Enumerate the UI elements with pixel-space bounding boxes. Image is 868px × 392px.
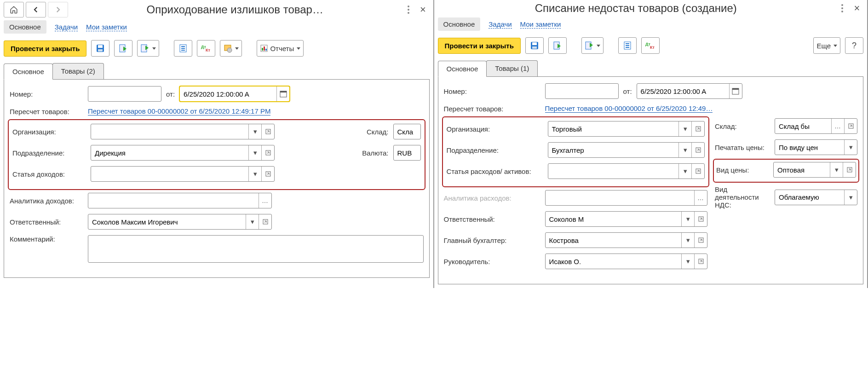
- forward-button[interactable]: [48, 2, 68, 17]
- attach-button[interactable]: [220, 40, 242, 57]
- dropdown-icon[interactable]: ▾: [678, 143, 691, 157]
- svg-rect-31: [532, 46, 537, 49]
- label-chief-acc: Главный бухгалтер:: [444, 236, 540, 244]
- analytics-field[interactable]: …: [545, 190, 708, 206]
- dropdown-icon[interactable]: ▾: [681, 254, 694, 269]
- dropdown-icon[interactable]: ▾: [844, 190, 857, 205]
- dropdown-icon[interactable]: ▾: [246, 214, 259, 229]
- open-icon[interactable]: [261, 145, 274, 160]
- currency-field[interactable]: [393, 145, 421, 161]
- expense-field[interactable]: ▾: [548, 163, 705, 179]
- calendar-icon[interactable]: [729, 84, 742, 98]
- label-resp: Ответственный:: [10, 218, 83, 226]
- dropdown-icon[interactable]: ▾: [678, 121, 691, 136]
- price-kind-field[interactable]: ▾: [773, 162, 856, 178]
- linkbar-main[interactable]: Основное: [438, 17, 481, 31]
- save-button[interactable]: [525, 37, 544, 54]
- help-button[interactable]: ?: [845, 37, 863, 54]
- dropdown-icon[interactable]: ▾: [830, 162, 843, 177]
- date-field[interactable]: [637, 83, 742, 99]
- open-icon[interactable]: [694, 233, 707, 248]
- post-button[interactable]: [548, 37, 567, 54]
- linkbar-main[interactable]: Основное: [4, 20, 46, 34]
- back-button[interactable]: [26, 2, 46, 17]
- close-button[interactable]: ×: [417, 3, 430, 16]
- warehouse-field[interactable]: …: [775, 118, 857, 134]
- label-org: Организация:: [12, 128, 86, 136]
- svg-rect-19: [265, 49, 267, 51]
- dtkt-button[interactable]: ДтКт: [641, 37, 660, 54]
- close-button[interactable]: ×: [851, 2, 863, 15]
- print-price-field[interactable]: ▾: [775, 139, 857, 155]
- list-button[interactable]: [174, 40, 192, 57]
- dropdown-icon[interactable]: ▾: [678, 164, 691, 179]
- resp-field[interactable]: ▾: [88, 214, 272, 230]
- linkbar-tasks[interactable]: Задачи: [489, 20, 512, 29]
- toolbar: Провести и закрыть ДтКт Отчеты: [4, 40, 430, 57]
- post-and-close-button[interactable]: Провести и закрыть: [4, 40, 86, 57]
- open-icon[interactable]: [694, 254, 707, 269]
- home-button[interactable]: [4, 2, 24, 17]
- open-icon[interactable]: [844, 119, 857, 133]
- open-icon[interactable]: [843, 162, 856, 177]
- linkbar-notes[interactable]: Мои заметки: [520, 20, 561, 29]
- income-field[interactable]: ▾: [91, 166, 275, 182]
- kebab-menu-icon[interactable]: [402, 3, 415, 16]
- dropdown-icon[interactable]: ▾: [844, 140, 857, 155]
- open-icon[interactable]: [259, 214, 271, 229]
- tab-goods[interactable]: Товары (1): [486, 60, 538, 76]
- dept-field[interactable]: ▾: [548, 142, 705, 158]
- create-based-on-button[interactable]: [581, 37, 604, 54]
- tab-goods[interactable]: Товары (2): [52, 63, 104, 79]
- linkbar-notes[interactable]: Мои заметки: [86, 23, 127, 31]
- recount-link[interactable]: Пересчет товаров 00-00000002 от 6/25/202…: [545, 104, 713, 113]
- dropdown-icon[interactable]: ▾: [248, 124, 261, 139]
- reports-button[interactable]: Отчеты: [257, 40, 304, 57]
- ellipsis-icon[interactable]: …: [259, 193, 271, 208]
- label-director: Руководитель:: [444, 258, 540, 265]
- dropdown-icon[interactable]: ▾: [248, 167, 261, 181]
- dropdown-icon[interactable]: ▾: [681, 233, 694, 248]
- chief-acc-field[interactable]: ▾: [545, 232, 708, 248]
- number-field[interactable]: [88, 86, 161, 102]
- ellipsis-icon[interactable]: …: [694, 190, 707, 205]
- linkbar-tasks[interactable]: Задачи: [55, 23, 78, 31]
- list-button[interactable]: [618, 37, 637, 54]
- warehouse-field[interactable]: [393, 124, 421, 139]
- open-icon[interactable]: [694, 212, 707, 226]
- svg-point-26: [841, 4, 843, 6]
- dropdown-icon[interactable]: ▾: [681, 212, 694, 226]
- more-button[interactable]: Еще: [813, 37, 840, 54]
- create-based-on-button[interactable]: [137, 40, 159, 57]
- save-button[interactable]: [91, 40, 109, 57]
- tab-main[interactable]: Основное: [438, 61, 487, 77]
- open-icon[interactable]: [261, 124, 274, 139]
- dtkt-button[interactable]: ДтКт: [197, 40, 215, 57]
- tab-main[interactable]: Основное: [4, 63, 53, 80]
- open-icon[interactable]: [261, 167, 274, 181]
- svg-rect-30: [532, 42, 537, 45]
- open-icon[interactable]: [691, 121, 704, 136]
- open-icon[interactable]: [691, 143, 704, 157]
- number-field[interactable]: [545, 83, 619, 99]
- label-comment: Комментарий:: [10, 235, 83, 243]
- calendar-icon[interactable]: [276, 86, 289, 101]
- comment-field[interactable]: [88, 235, 424, 263]
- vat-kind-field[interactable]: ▾: [775, 190, 857, 205]
- recount-link[interactable]: Пересчет товаров 00-00000002 от 6/25/202…: [88, 107, 270, 115]
- dept-field[interactable]: ▾: [91, 145, 275, 161]
- director-field[interactable]: ▾: [545, 254, 708, 269]
- ellipsis-icon[interactable]: …: [831, 119, 844, 133]
- org-field[interactable]: ▾: [548, 121, 705, 137]
- analytics-field[interactable]: …: [88, 193, 272, 208]
- date-field[interactable]: [179, 86, 290, 102]
- label-resp: Ответственный:: [444, 215, 540, 223]
- kebab-menu-icon[interactable]: [836, 2, 849, 15]
- dropdown-icon[interactable]: ▾: [248, 145, 261, 160]
- org-field[interactable]: ▾: [91, 124, 275, 139]
- open-icon[interactable]: [691, 164, 704, 179]
- resp-field[interactable]: ▾: [545, 211, 708, 227]
- post-button[interactable]: [114, 40, 132, 57]
- post-and-close-button[interactable]: Провести и закрыть: [438, 38, 521, 54]
- left-pane: Оприходование излишков товар… × Основное…: [0, 0, 434, 288]
